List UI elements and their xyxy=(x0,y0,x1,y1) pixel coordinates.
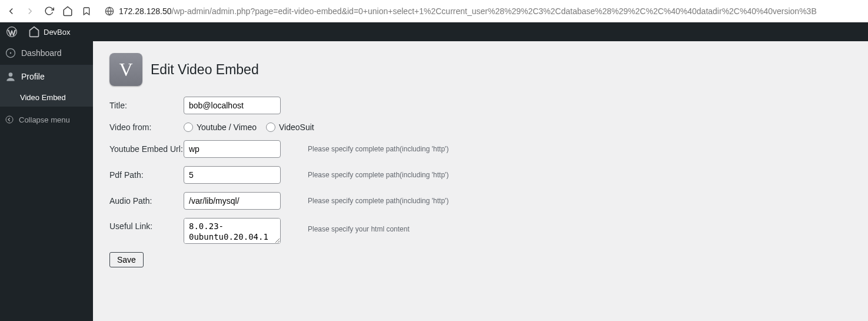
youtube-url-input[interactable] xyxy=(184,140,281,158)
row-pdf-path: Pdf Path: Please specify complete path(i… xyxy=(109,166,852,184)
sidebar-label: Video Embed xyxy=(20,93,66,102)
useful-link-textarea[interactable] xyxy=(184,218,281,244)
label-youtube-url: Youtube Embed Url: xyxy=(109,144,184,154)
radio-label-videosuit: VideoSuit xyxy=(279,123,314,132)
hint-pdf-path: Please specify complete path(including '… xyxy=(308,171,448,179)
plugin-icon: V xyxy=(109,53,142,86)
hint-youtube-url: Please specify complete path(including '… xyxy=(308,145,448,153)
radio-group: Youtube / Vimeo VideoSuit xyxy=(184,123,320,132)
page-title: Edit Video Embed xyxy=(151,62,259,78)
radio-youtube[interactable] xyxy=(184,123,193,132)
site-link[interactable]: DevBox xyxy=(28,26,71,38)
row-video-from: Video from: Youtube / Vimeo VideoSuit xyxy=(109,123,852,132)
bookmark-icon[interactable] xyxy=(81,6,92,16)
url-path: /wp-admin/admin.php?page=edit-video-embe… xyxy=(172,6,817,16)
radio-label-youtube: Youtube / Vimeo xyxy=(197,123,257,132)
hint-audio-path: Please specify complete path(including '… xyxy=(308,197,448,205)
sidebar-item-profile[interactable]: Profile xyxy=(0,65,93,88)
back-icon[interactable] xyxy=(6,6,16,16)
row-youtube-url: Youtube Embed Url: Please specify comple… xyxy=(109,140,852,158)
page-header: V Edit Video Embed xyxy=(109,53,852,86)
row-audio-path: Audio Path: Please specify complete path… xyxy=(109,192,852,210)
title-input[interactable] xyxy=(184,97,281,114)
collapse-label: Collapse menu xyxy=(19,115,70,124)
browser-toolbar: 172.28.128.50/wp-admin/admin.php?page=ed… xyxy=(0,0,868,22)
label-audio-path: Audio Path: xyxy=(109,196,184,206)
svg-point-4 xyxy=(9,72,13,77)
url-host: 172.28.128.50 xyxy=(119,6,172,16)
dashboard-icon xyxy=(5,47,16,59)
nav-button-group xyxy=(6,6,92,16)
forward-icon[interactable] xyxy=(25,6,35,16)
home-icon[interactable] xyxy=(62,6,73,16)
globe-icon xyxy=(105,6,114,16)
label-video-from: Video from: xyxy=(109,123,184,132)
content-area: V Edit Video Embed Title: Video from: Yo… xyxy=(93,41,868,321)
wp-logo[interactable] xyxy=(6,26,18,38)
row-useful-link: Useful Link: Please specify your html co… xyxy=(109,218,852,244)
sidebar-subitem-video-embed[interactable]: Video Embed xyxy=(0,88,93,107)
sidebar-item-dashboard[interactable]: Dashboard xyxy=(0,41,93,65)
radio-videosuit[interactable] xyxy=(266,123,275,132)
sidebar-label: Dashboard xyxy=(21,48,62,58)
hint-useful-link: Please specify your html content xyxy=(308,218,410,233)
url-text: 172.28.128.50/wp-admin/admin.php?page=ed… xyxy=(119,6,817,16)
reload-icon[interactable] xyxy=(44,6,54,16)
collapse-menu[interactable]: Collapse menu xyxy=(0,109,93,130)
label-pdf-path: Pdf Path: xyxy=(109,170,184,180)
audio-path-input[interactable] xyxy=(184,192,281,210)
svg-point-3 xyxy=(10,52,12,54)
plugin-icon-letter: V xyxy=(119,59,132,81)
site-name: DevBox xyxy=(44,28,71,37)
save-button[interactable]: Save xyxy=(109,252,144,267)
admin-sidebar: Dashboard Profile Video Embed Collapse m… xyxy=(0,41,93,321)
pdf-path-input[interactable] xyxy=(184,166,281,184)
address-bar[interactable]: 172.28.128.50/wp-admin/admin.php?page=ed… xyxy=(100,4,862,19)
sidebar-label: Profile xyxy=(21,72,45,81)
wp-admin-bar: DevBox xyxy=(0,22,868,41)
collapse-icon xyxy=(5,115,14,124)
profile-icon xyxy=(5,71,16,82)
row-title: Title: xyxy=(109,97,852,114)
label-title: Title: xyxy=(109,101,184,110)
label-useful-link: Useful Link: xyxy=(109,218,184,231)
svg-point-5 xyxy=(6,116,13,123)
